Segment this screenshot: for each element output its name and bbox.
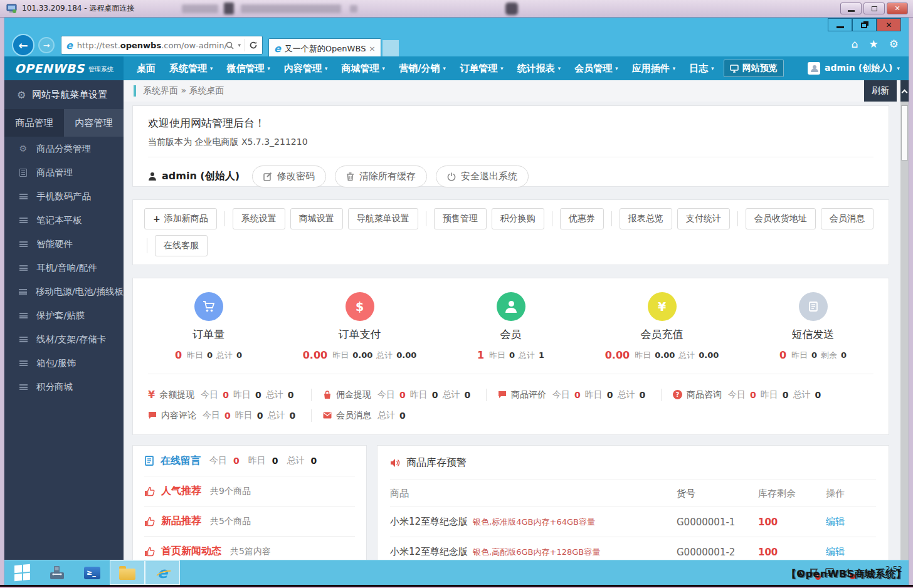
quick-link-member-address[interactable]: 会员收货地址 — [746, 208, 816, 229]
search-dropdown-icon[interactable]: ▾ — [238, 42, 241, 48]
scrollbar[interactable] — [900, 80, 909, 560]
rdp-minimize-button[interactable] — [840, 3, 862, 14]
refresh-icon[interactable] — [249, 41, 258, 50]
sidebar-item-points-mall[interactable]: 积分商城 — [4, 375, 124, 399]
sidebar-item-phones[interactable]: 手机数码产品 — [4, 184, 124, 208]
sidebar-item-power[interactable]: 移动电源/电池/插线板 — [4, 280, 124, 303]
edit-icon — [263, 172, 272, 181]
url-text[interactable]: http://test.openwbs.com/ow-admin/index.a… — [77, 41, 226, 50]
quick-link-payment-stats[interactable]: 支付统计 — [677, 208, 730, 229]
browser-minimize-button[interactable] — [828, 18, 852, 31]
menu-item-mall[interactable]: 商城管理▾ — [335, 56, 393, 80]
menu-item-orders[interactable]: 订单管理▾ — [453, 56, 510, 80]
quick-link-coupons[interactable]: 优惠券 — [560, 208, 604, 229]
logout-button[interactable]: 安全退出系统 — [436, 165, 529, 187]
sidebar-tab-content[interactable]: 内容管理 — [64, 109, 124, 137]
window-border-right — [909, 18, 913, 585]
sidebar-header[interactable]: ⚙ 网站导航菜单设置 — [4, 80, 124, 109]
mini-stats: ¥ 余额提现 今日0 昨日0 总计0 佣金提现 今日0 — [148, 374, 873, 426]
favorites-star-icon[interactable]: ★ — [869, 38, 879, 50]
gear-icon: ⚙ — [17, 89, 26, 101]
menu-item-members[interactable]: 会员管理▾ — [567, 56, 625, 80]
rdp-close-button[interactable]: ✕ — [887, 3, 908, 14]
tab-close-icon[interactable]: × — [369, 44, 376, 53]
scroll-up-button[interactable] — [900, 80, 909, 102]
summary-card: 在线留言 今日0 昨日0 总计0 人气推荐 共9个商品 新品推荐 — [132, 445, 367, 560]
sidebar-item-laptops[interactable]: 笔记本平板 — [4, 208, 124, 232]
address-bar[interactable]: e http://test.openwbs.com/ow-admin/index… — [61, 36, 263, 55]
quick-link-mall-settings[interactable]: 商城设置 — [290, 208, 343, 229]
quick-link-points-exchange[interactable]: 积分换购 — [492, 208, 544, 229]
quick-link-report-overview[interactable]: 报表总览 — [620, 208, 672, 229]
menu-item-plugins[interactable]: 应用插件▾ — [625, 56, 683, 80]
browser-back-button[interactable]: ← — [12, 34, 34, 56]
main-area: 系统界面 » 系统桌面 刷新 欢迎使用网站管理后台！ 当前版本为 企业电商版 X… — [124, 80, 909, 560]
menu-item-desktop[interactable]: 桌面 — [130, 56, 162, 80]
sidebar-item-smart-hardware[interactable]: 智能硬件 — [4, 232, 124, 256]
refresh-button[interactable]: 刷新 — [864, 80, 897, 102]
edit-link[interactable]: 编辑 — [826, 546, 845, 557]
internet-explorer-button[interactable]: e — [145, 560, 180, 585]
site-preview-button[interactable]: 网站预览 — [724, 60, 784, 77]
server-manager-button[interactable] — [40, 560, 75, 585]
sidebar-item-bags[interactable]: 箱包/服饰 — [4, 351, 124, 375]
sidebar-item-category-manage[interactable]: ⚙商品分类管理 — [4, 137, 124, 160]
menu-item-content[interactable]: 内容管理▾ — [277, 56, 335, 80]
menu-item-reports[interactable]: 统计报表▾ — [510, 56, 568, 80]
divider — [224, 211, 225, 226]
chevron-down-icon: ▾ — [210, 65, 213, 71]
menu-item-logs[interactable]: 日志▾ — [682, 56, 721, 80]
browser-forward-button[interactable]: → — [38, 37, 55, 53]
sidebar-item-cases[interactable]: 保护套/贴膜 — [4, 303, 124, 327]
scrollbar-thumb[interactable] — [901, 105, 908, 160]
browser-tab[interactable]: e 又一个新的OpenWBS站点... × — [268, 38, 381, 58]
sidebar-item-audio[interactable]: 耳机/音响/配件 — [4, 256, 124, 280]
list-icon — [18, 241, 28, 247]
guestbook-row[interactable]: 在线留言 今日0 昨日0 总计0 — [144, 446, 355, 476]
browser-restore-button[interactable] — [852, 18, 877, 31]
stat-order-payment: $ 订单支付 0.00昨日0.00总计0.00 — [284, 292, 435, 361]
start-button[interactable] — [4, 560, 40, 585]
quick-link-system-settings[interactable]: 系统设置 — [233, 208, 285, 229]
background-window-ghost — [241, 4, 341, 13]
hot-recommend-row[interactable]: 人气推荐 共9个商品 — [144, 476, 355, 506]
powershell-button[interactable]: ≥_ — [75, 560, 110, 585]
sidebar-item-cables[interactable]: 线材/支架/存储卡 — [4, 327, 124, 351]
home-news-row[interactable]: 首页新闻动态 共5篇内容 — [144, 536, 355, 560]
cart-icon — [194, 292, 223, 321]
chevron-down-icon: ▾ — [383, 65, 386, 71]
background-window-ghost — [505, 3, 518, 15]
sidebar-tab-products[interactable]: 商品管理 — [4, 109, 64, 137]
new-tab-stub[interactable] — [383, 40, 399, 58]
file-explorer-button[interactable] — [110, 560, 145, 585]
thumb-up-icon — [144, 517, 155, 527]
browser-close-button[interactable]: ✕ — [877, 18, 901, 31]
user-menu[interactable]: admin (创始人) ▾ — [808, 56, 900, 80]
home-icon[interactable]: ⌂ — [852, 38, 858, 50]
new-recommend-row[interactable]: 新品推荐 共5个商品 — [144, 506, 355, 536]
product-sku: G0000001-1 — [677, 517, 758, 528]
quick-link-presale[interactable]: 预售管理 — [434, 208, 487, 229]
clear-cache-button[interactable]: 清除所有缓存 — [335, 165, 427, 187]
menu-item-wechat[interactable]: 微信管理▾ — [220, 56, 278, 80]
main-menu: 桌面 系统管理▾ 微信管理▾ 内容管理▾ 商城管理▾ 营销/分销▾ 订单管理▾ … — [124, 56, 784, 80]
sidebar-item-product-manage[interactable]: 商品管理 — [4, 160, 124, 184]
change-password-button[interactable]: 修改密码 — [252, 165, 326, 187]
rdp-maximize-button[interactable] — [863, 3, 885, 14]
document-icon — [18, 169, 28, 177]
menu-item-system[interactable]: 系统管理▾ — [162, 56, 220, 80]
edit-link[interactable]: 编辑 — [826, 516, 845, 527]
windows-logo-icon — [14, 564, 30, 582]
product-name: 小米12至尊纪念版 — [390, 516, 468, 528]
bag-icon — [323, 391, 332, 399]
add-product-button[interactable]: +添加新商品 — [144, 208, 217, 229]
menu-item-marketing[interactable]: 营销/分销▾ — [392, 56, 453, 80]
search-icon[interactable] — [226, 41, 234, 50]
background-window-ghost — [350, 5, 357, 13]
chevron-down-icon: ▾ — [711, 65, 714, 71]
quick-link-nav-menu-settings[interactable]: 导航菜单设置 — [348, 208, 418, 229]
chevron-up-icon — [902, 89, 908, 95]
settings-gear-icon[interactable]: ⚙ — [889, 38, 899, 50]
quick-link-member-messages[interactable]: 会员消息 — [821, 208, 873, 229]
quick-link-online-service[interactable]: 在线客服 — [155, 235, 208, 256]
